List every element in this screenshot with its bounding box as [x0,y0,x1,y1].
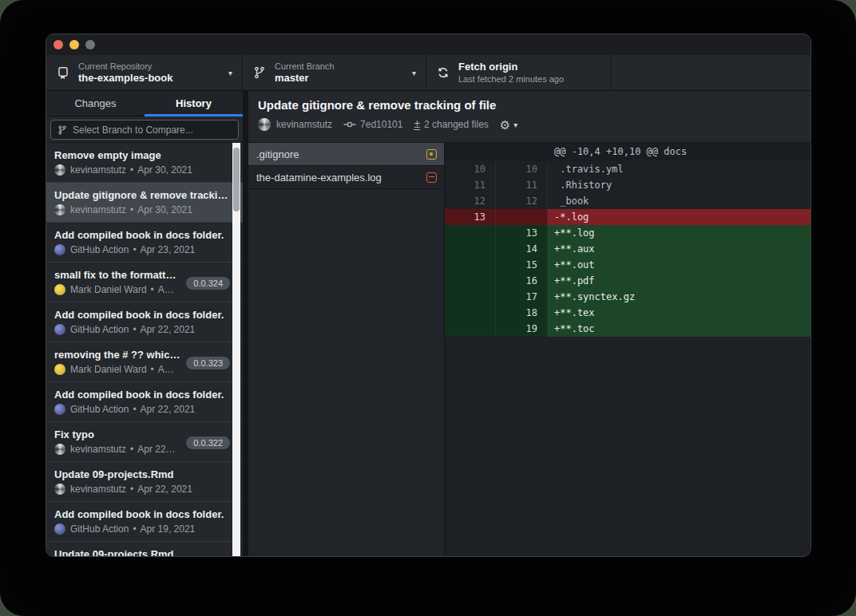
chevron-down-icon: ▾ [513,120,517,129]
diff-line-code: _book [548,193,810,209]
new-line-number: 12 [496,193,548,209]
new-line-number: 11 [496,177,548,193]
commit-date: Apr 22, 2021 [137,484,192,495]
old-line-number: 13 [445,209,496,225]
commit-item[interactable]: Remove empty image kevinamstutz • Apr 30… [46,143,243,183]
commit-list: Remove empty image kevinamstutz • Apr 30… [46,143,243,556]
commit-title: Update gitignore & remove tracki… [54,188,232,202]
sync-icon [436,66,450,79]
changed-files-list: .gitignore the-datamine-examples.log [248,143,444,556]
meta-separator: • [133,244,136,255]
meta-separator: • [133,404,136,415]
commit-author: kevinamstutz [70,204,126,215]
diff-line[interactable]: 17 +**.synctex.gz [445,289,810,305]
avatar [54,404,65,415]
commit-author: kevinamstutz [276,119,332,130]
commit-author: Mark Daniel Ward [70,364,147,375]
file-name: .gitignore [256,148,426,160]
current-branch-dropdown[interactable]: Current Branch master ▾ [243,55,426,90]
diff-line[interactable]: @@ -10,4 +10,10 @@ docs [445,143,810,161]
title-bar [46,34,810,55]
commit-item[interactable]: small fix to the formatt… Mark Daniel Wa… [46,263,243,302]
diff-line[interactable]: 11 11 .Rhistory [445,177,810,193]
commit-item[interactable]: Add compiled book in docs folder. GitHub… [46,502,243,542]
commit-item[interactable]: Add compiled book in docs folder. GitHub… [46,302,243,342]
commit-date: Apr 30, 2021 [137,164,192,176]
meta-separator: • [130,484,133,495]
diff-line[interactable]: 13 +**.log [445,225,810,241]
diff-line-code: +**.tex [548,305,810,321]
diff-line-code: .travis.yml [548,161,810,177]
commit-author: kevinamstutz [70,444,126,455]
diff-options-button[interactable]: ⚙ ▾ [500,119,517,131]
commit-item[interactable]: Update gitignore & remove tracki… kevina… [46,183,243,223]
diff-line-code: +**.log [548,225,810,241]
commit-sha: 7ed10101 [360,119,402,130]
current-repository-dropdown[interactable]: Current Repository the-examples-book ▾ [46,55,243,90]
diff-line[interactable]: 16 +**.pdf [445,273,810,289]
diff-line[interactable]: 14 +**.aux [445,241,810,257]
commit-item[interactable]: Update 09-projects.Rmd kevinamstutz • Ap… [46,542,243,556]
new-line-number: 14 [496,241,548,257]
new-line-number: 19 [496,321,548,337]
diff-line[interactable]: 15 +**.out [445,257,810,273]
branch-icon [252,66,267,79]
tab-changes[interactable]: Changes [46,91,145,116]
old-line-number [445,241,496,257]
diff-line[interactable]: 19 +**.toc [445,321,810,337]
commit-list-scrollbar[interactable] [232,143,240,556]
zoom-button[interactable] [85,40,95,49]
old-line-number [445,225,496,241]
chevron-down-icon: ▾ [228,69,232,77]
scrollbar-thumb[interactable] [233,148,240,211]
commit-date: Apr 22, 2021 [141,324,196,335]
branch-name: master [275,72,407,85]
avatar [54,284,65,295]
diff-line[interactable]: 10 10 .travis.yml [445,161,810,177]
file-item[interactable]: .gitignore [248,143,444,166]
file-item[interactable]: the-datamine-examples.log [248,166,444,189]
diff-line[interactable]: 13 -*.log [445,209,810,225]
version-badge: 0.0.324 [186,277,230,290]
panel-divider [243,91,248,556]
commit-title: Add compiled book in docs folder. [54,228,232,242]
commit-title: Update 09-projects.Rmd [54,547,232,556]
commit-item[interactable]: Add compiled book in docs folder. GitHub… [46,382,243,422]
changed-files-count: 2 changed files [424,119,489,130]
new-line-number [496,209,548,225]
commit-item[interactable]: removing the # ?? whic… Mark Daniel Ward… [46,342,243,382]
meta-separator: • [151,364,154,375]
repository-name: the-examples-book [78,72,224,85]
new-line-number: 17 [496,289,548,305]
fetch-origin-button[interactable]: Fetch origin Last fetched 2 minutes ago [426,55,612,90]
diff-line[interactable]: 18 +**.tex [445,305,810,321]
avatar [54,244,65,255]
diff-line-code: +**.synctex.gz [548,289,810,305]
commit-author: GitHub Action [70,404,129,415]
old-line-number [445,289,496,305]
commit-item[interactable]: Update 09-projects.Rmd kevinamstutz • Ap… [46,462,243,502]
avatar [54,324,65,335]
close-button[interactable] [54,40,63,49]
gear-icon: ⚙ [500,119,510,131]
tab-history[interactable]: History [145,91,243,116]
branch-compare-field[interactable] [50,120,239,140]
new-line-number: 13 [496,225,548,241]
version-badge: 0.0.322 [186,436,230,449]
commit-item[interactable]: Fix typo kevinamstutz • Apr 22… 0.0.322 [46,422,243,462]
diff-line-code: @@ -10,4 +10,10 @@ docs [548,143,810,161]
commit-title: Add compiled book in docs folder. [54,388,232,401]
diff-line-code: +**.toc [548,321,810,337]
diff-line[interactable]: 12 12 _book [445,193,810,209]
avatar [54,204,65,215]
compare-input[interactable] [73,124,232,136]
compare-bar [46,116,243,143]
minimize-button[interactable] [69,40,79,49]
file-name: the-datamine-examples.log [256,172,426,184]
commit-title: Add compiled book in docs folder. [54,308,232,322]
commit-item[interactable]: Add compiled book in docs folder. GitHub… [46,223,243,263]
avatar [54,523,65,535]
branch-label: Current Branch [275,61,407,72]
new-line-number: 10 [496,161,548,177]
github-desktop-window: Current Repository the-examples-book ▾ C… [46,34,811,557]
